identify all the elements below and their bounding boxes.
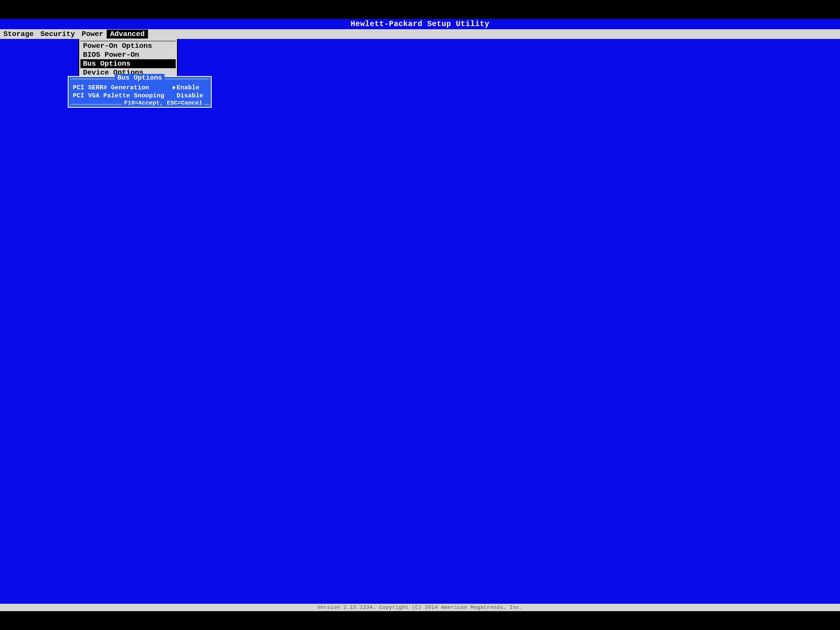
status-bar: Version 2.15.1234. Copyright (C) 2014 Am… xyxy=(0,604,840,611)
option-label: PCI SERR# Generation xyxy=(73,84,173,91)
menu-item-storage[interactable]: Storage xyxy=(0,30,37,38)
dropdown-item-power-on-options[interactable]: Power-On Options xyxy=(81,41,176,51)
option-label: PCI VGA Palette Snooping xyxy=(73,92,173,99)
triangle-right-icon xyxy=(173,85,176,90)
option-value-text: Disable xyxy=(177,92,203,99)
option-row-pci-serr[interactable]: PCI SERR# Generation Enable xyxy=(73,84,207,92)
menu-item-security[interactable]: Security xyxy=(37,30,78,38)
dropdown-item-bios-power-on[interactable]: BIOS Power-On xyxy=(81,51,176,59)
option-value[interactable]: Enable xyxy=(173,84,207,91)
main-area: Power-On Options BIOS Power-On Bus Optio… xyxy=(0,39,840,603)
dropdown-item-bus-options[interactable]: Bus Options xyxy=(81,59,176,68)
dialog-footer-hint: F10=Accept, ESC=Cancel xyxy=(122,100,205,106)
option-value-text: Enable xyxy=(177,84,199,91)
menu-item-power[interactable]: Power xyxy=(78,30,107,38)
advanced-dropdown: Power-On Options BIOS Power-On Bus Optio… xyxy=(78,39,178,80)
menu-bar: Storage Security Power Advanced xyxy=(0,29,840,39)
option-value[interactable]: Disable xyxy=(173,92,207,99)
menu-item-advanced[interactable]: Advanced xyxy=(107,30,148,38)
dialog-title: Bus Options xyxy=(115,74,164,82)
dialog-body: PCI SERR# Generation Enable PCI VGA Pale… xyxy=(69,81,211,102)
bus-options-dialog: Bus Options PCI SERR# Generation Enable … xyxy=(68,76,212,108)
option-row-pci-vga[interactable]: PCI VGA Palette Snooping Disable xyxy=(73,92,207,100)
page-title: Hewlett-Packard Setup Utility xyxy=(0,19,840,29)
bios-screen: Hewlett-Packard Setup Utility Storage Se… xyxy=(0,19,840,611)
